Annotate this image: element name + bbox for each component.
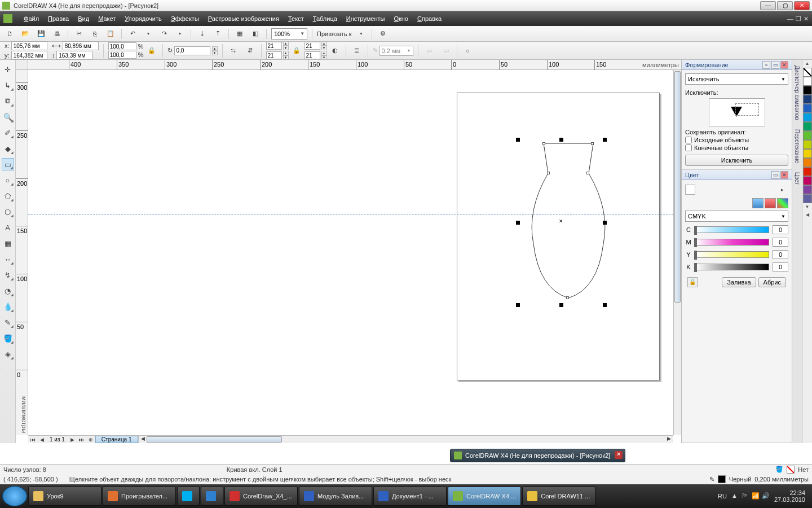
palette-swatch[interactable] [803, 86, 812, 95]
palette-swatch[interactable] [803, 104, 812, 113]
text-tool[interactable]: A [2, 221, 14, 234]
rotation-input[interactable] [174, 46, 210, 55]
zoom-combo[interactable]: 100% ▼ [271, 28, 307, 40]
taskbar-item[interactable] [177, 487, 200, 506]
node[interactable] [586, 172, 589, 174]
undo-button[interactable]: ↶ [126, 28, 139, 40]
corner1-input[interactable] [266, 42, 282, 50]
palette-swatch[interactable] [803, 185, 812, 194]
node[interactable] [547, 172, 550, 174]
cyan-slider[interactable] [695, 226, 769, 233]
menu-Инструменты[interactable]: Инструменты [342, 13, 390, 24]
taskbar-item[interactable]: CorelDRAW X4 ... [448, 487, 521, 506]
scale-y-input[interactable] [108, 51, 136, 59]
minimize-button[interactable]: — [760, 1, 776, 10]
scale-x-input[interactable] [108, 42, 136, 50]
palette-swatch[interactable] [803, 158, 812, 167]
tray-icon[interactable]: ▲ [731, 492, 739, 500]
docker-close-button[interactable]: ✕ [780, 171, 788, 179]
menu-Макет[interactable]: Макет [94, 13, 120, 24]
menu-Эффекты[interactable]: Эффекты [166, 13, 204, 24]
palette-swatch[interactable] [803, 176, 812, 185]
yellow-input[interactable] [773, 250, 788, 259]
selected-curve-object[interactable] [537, 142, 600, 299]
palette-swatch[interactable] [803, 167, 812, 176]
docker-tab[interactable]: Перетекание [793, 126, 801, 167]
first-page-button[interactable]: ⏮ [28, 437, 37, 443]
app-launcher[interactable]: ▦ [233, 28, 246, 40]
palette-up-button[interactable]: ▲ [802, 60, 812, 68]
interactive-tool[interactable]: ◔◢ [2, 284, 14, 297]
open-button[interactable]: 📂 [19, 28, 32, 40]
docker-collapse-button[interactable]: » [762, 61, 770, 69]
next-page-button[interactable]: ▶ [68, 437, 77, 443]
fill-button[interactable]: Заливка [722, 277, 756, 287]
notification-close-button[interactable]: ✕ [615, 451, 623, 459]
corner-lock-button[interactable]: 🔒 [290, 45, 303, 57]
height-input[interactable] [56, 51, 92, 60]
menu-Растровые изображения[interactable]: Растровые изображения [204, 13, 284, 24]
target-objects-checkbox[interactable]: Конечные объекты [685, 144, 788, 151]
outline-width-combo[interactable]: 0,2 мм▼ [379, 46, 413, 56]
selection-handle-nw[interactable] [516, 138, 520, 142]
palette-swatch[interactable] [803, 131, 812, 140]
eyedropper-tool[interactable]: 💧◢ [2, 300, 14, 313]
mdi-close[interactable]: ✕ [804, 15, 809, 23]
magenta-input[interactable] [773, 238, 788, 247]
color-options-button[interactable]: ▸ [776, 183, 788, 196]
language-indicator[interactable]: RU [718, 493, 727, 500]
zoom-tool[interactable]: 🔍◢ [2, 111, 14, 123]
taskbar-item[interactable]: Модуль Залив... [299, 487, 372, 506]
menu-Справка[interactable]: Справка [413, 13, 446, 24]
no-color-swatch[interactable] [803, 68, 812, 77]
notification-toast[interactable]: CorelDRAW X4 (Не для перепродажи) - [Рис… [450, 449, 625, 462]
fill-tool[interactable]: 🪣◢ [2, 332, 14, 344]
source-objects-checkbox[interactable]: Исходные объекты [685, 137, 788, 143]
selection-handle-e[interactable] [603, 221, 607, 225]
vertical-scrollbar[interactable] [673, 70, 681, 435]
selection-handle-ne[interactable] [603, 138, 607, 142]
yellow-slider[interactable] [695, 251, 769, 258]
selection-handle-sw[interactable] [516, 303, 520, 307]
dimension-tool[interactable]: ↔◢ [2, 253, 14, 265]
close-button[interactable]: ✕ [794, 1, 810, 10]
menu-Таблица[interactable]: Таблица [308, 13, 342, 24]
mirror-h-button[interactable]: ⇋ [227, 45, 240, 57]
new-button[interactable]: 🗋 [3, 28, 16, 40]
outline-swatch[interactable] [718, 475, 726, 483]
docker-tab[interactable]: Цвет [793, 169, 801, 188]
lock-ratio-button[interactable]: 🔒 [145, 45, 158, 57]
pos-x-input[interactable] [11, 41, 47, 50]
freehand-tool[interactable]: ✐◢ [2, 126, 14, 139]
node[interactable] [591, 142, 594, 145]
color-model-combo[interactable]: CMYK▼ [685, 211, 788, 222]
shaping-mode-combo[interactable]: Исключить▼ [685, 73, 788, 85]
clock[interactable]: 22:34 27.03.2010 [774, 489, 805, 503]
menu-Правка[interactable]: Правка [43, 13, 73, 24]
color-view-palette[interactable] [777, 198, 788, 208]
options-button[interactable]: ⚙ [377, 28, 389, 40]
shape-tool[interactable]: ↳◢ [2, 79, 14, 91]
corner3-input[interactable] [304, 42, 320, 50]
drawing-canvas[interactable]: ✕ [28, 70, 673, 435]
horizontal-ruler[interactable]: миллиметры 40035030025020015010050050100… [28, 60, 681, 70]
color-view-viewer[interactable] [765, 198, 776, 208]
docker-undock-button[interactable]: ▭ [771, 61, 779, 69]
connector-tool[interactable]: ↯◢ [2, 269, 14, 281]
horizontal-scrollbar[interactable]: ◀ ▶ [138, 436, 673, 444]
docker-close-button[interactable]: ✕ [780, 61, 788, 69]
tray-volume-icon[interactable]: 🔊 [762, 492, 770, 500]
snap-drop[interactable]: ▼ [355, 28, 367, 40]
menu-Вид[interactable]: Вид [73, 13, 94, 24]
outline-button[interactable]: Абрис [758, 277, 786, 287]
undo-drop[interactable]: ▼ [142, 28, 155, 40]
palette-down-button[interactable]: ▼ [802, 203, 812, 211]
print-button[interactable]: 🖶 [51, 28, 63, 40]
fill-swatch-none[interactable] [787, 466, 795, 474]
node[interactable] [542, 142, 545, 145]
welcome-button[interactable]: ◧ [249, 28, 262, 40]
taskbar-item[interactable]: Урок9 [28, 487, 102, 506]
maximize-button[interactable]: ▢ [777, 1, 793, 10]
ellipse-tool[interactable]: ○◢ [2, 174, 14, 186]
tray-flag-icon[interactable]: 🏳 [742, 492, 749, 500]
